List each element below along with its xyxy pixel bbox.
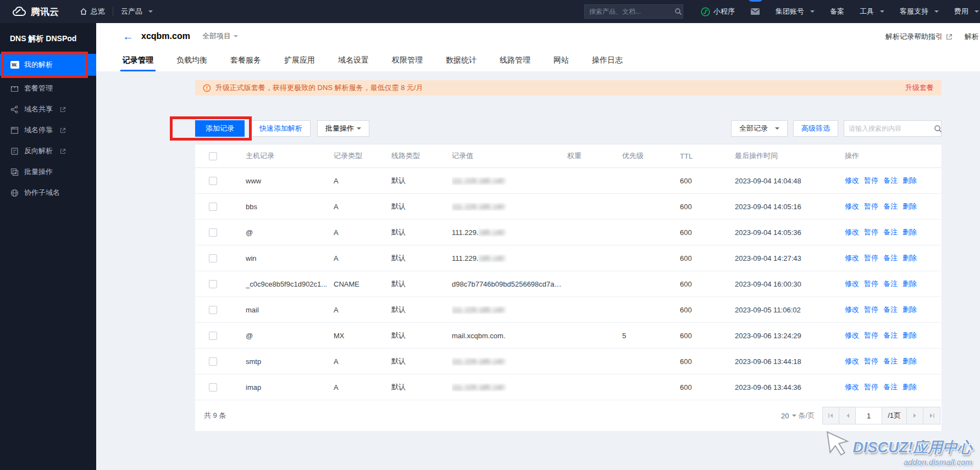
page-title-domain: xcqbm.com <box>141 31 190 41</box>
action-edit[interactable]: 修改 <box>845 253 859 263</box>
tencent-cloud-logo[interactable]: 腾讯云 <box>0 5 72 18</box>
action-pause[interactable]: 暂停 <box>864 253 878 263</box>
row-checkbox[interactable] <box>209 228 217 237</box>
action-pause[interactable]: 暂停 <box>864 331 878 340</box>
tab-statistics[interactable]: 数据统计 <box>446 49 477 71</box>
sidebar-item-domain-share[interactable]: 域名共享 <box>0 99 96 120</box>
action-pause[interactable]: 暂停 <box>864 227 878 237</box>
topbar-billing[interactable]: 费用 <box>946 0 980 23</box>
action-remark[interactable]: 备注 <box>883 331 898 340</box>
project-filter-dropdown[interactable]: 全部项目 <box>202 31 238 41</box>
action-pause[interactable]: 暂停 <box>864 305 878 315</box>
prev-page-icon[interactable] <box>839 407 856 424</box>
action-delete[interactable]: 删除 <box>903 202 917 211</box>
sidebar-item-domain-parking[interactable]: 域名停靠 <box>0 120 96 141</box>
sidebar-item-collab-subdomain[interactable]: 协作子域名 <box>0 182 96 203</box>
tab-permissions[interactable]: 权限管理 <box>392 49 423 71</box>
page-number-input[interactable] <box>856 407 882 424</box>
topbar-messages[interactable]: 99+ <box>743 0 768 23</box>
action-edit[interactable]: 修改 <box>845 356 859 366</box>
action-remark[interactable]: 备注 <box>883 202 898 211</box>
action-edit[interactable]: 修改 <box>845 202 859 211</box>
action-delete[interactable]: 删除 <box>903 176 917 186</box>
records-search[interactable] <box>844 120 942 137</box>
action-delete[interactable]: 删除 <box>903 227 917 237</box>
topbar-cloud-products[interactable]: 云产品 <box>113 0 160 23</box>
help-link-truncated[interactable]: 解析 <box>965 32 979 42</box>
row-checkbox[interactable] <box>209 306 217 314</box>
row-checkbox[interactable] <box>209 254 217 262</box>
record-filter-dropdown[interactable]: 全部记录 <box>731 120 788 137</box>
action-edit[interactable]: 修改 <box>845 176 859 186</box>
row-checkbox[interactable] <box>209 203 217 211</box>
topbar-support[interactable]: 客服支持 <box>892 0 946 23</box>
tab-operation-log[interactable]: 操作日志 <box>592 49 623 71</box>
action-pause[interactable]: 暂停 <box>864 279 878 289</box>
action-delete[interactable]: 删除 <box>903 382 917 392</box>
upgrade-plan-link[interactable]: 升级套餐 <box>905 83 934 93</box>
help-guide-link[interactable]: 解析记录帮助指引 <box>885 32 943 42</box>
records-search-input[interactable] <box>849 125 934 132</box>
action-remark[interactable]: 备注 <box>883 227 898 237</box>
first-page-icon[interactable] <box>823 407 839 424</box>
sidebar-item-my-dns[interactable]: W. 我的解析 <box>0 54 96 76</box>
advanced-filter-button[interactable]: 高级筛选 <box>793 120 838 137</box>
add-record-button[interactable]: 添加记录 <box>195 120 245 137</box>
batch-actions-button[interactable]: 批量操作 <box>317 120 369 137</box>
external-link-icon <box>946 33 953 40</box>
tab-domain-settings[interactable]: 域名设置 <box>338 49 369 71</box>
topbar-mini-program[interactable]: 小程序 <box>693 0 743 23</box>
action-delete[interactable]: 删除 <box>903 331 917 340</box>
action-delete[interactable]: 删除 <box>903 253 917 263</box>
action-edit[interactable]: 修改 <box>845 331 859 340</box>
action-edit[interactable]: 修改 <box>845 227 859 237</box>
page-size-dropdown[interactable]: 20 条/页 <box>781 411 815 421</box>
search-icon[interactable] <box>674 8 682 15</box>
sidebar-item-reverse-dns[interactable]: 反向解析 <box>0 141 96 161</box>
select-all-checkbox[interactable] <box>209 152 217 160</box>
last-page-icon[interactable] <box>923 407 940 424</box>
topbar-search-input[interactable] <box>589 8 674 15</box>
row-checkbox[interactable] <box>209 332 217 340</box>
topbar-group-account[interactable]: 集团账号 <box>768 0 822 23</box>
cursor-icon <box>826 428 851 457</box>
action-delete[interactable]: 删除 <box>903 356 917 366</box>
back-arrow-icon[interactable]: ← <box>123 31 134 42</box>
action-pause[interactable]: 暂停 <box>864 176 878 186</box>
action-remark[interactable]: 备注 <box>883 176 898 186</box>
action-remark[interactable]: 备注 <box>883 356 898 366</box>
tab-extensions[interactable]: 扩展应用 <box>284 49 315 71</box>
sidebar-item-package[interactable]: 套餐管理 <box>0 78 96 99</box>
topbar-tools[interactable]: 工具 <box>852 0 892 23</box>
action-pause[interactable]: 暂停 <box>864 356 878 366</box>
tab-website[interactable]: 网站 <box>553 49 569 71</box>
action-pause[interactable]: 暂停 <box>864 382 878 392</box>
topbar-overview[interactable]: 总览 <box>72 0 113 23</box>
search-icon[interactable] <box>934 125 942 133</box>
row-checkbox[interactable] <box>209 280 217 288</box>
tab-load-balancing[interactable]: 负载均衡 <box>176 49 207 71</box>
sidebar-item-batch-ops[interactable]: 批量操作 <box>0 161 96 182</box>
tab-record-management[interactable]: 记录管理 <box>123 49 153 71</box>
next-page-icon[interactable] <box>907 407 923 424</box>
quick-add-button[interactable]: 快速添加解析 <box>251 120 311 137</box>
action-edit[interactable]: 修改 <box>845 279 859 289</box>
tab-plan-service[interactable]: 套餐服务 <box>230 49 261 71</box>
action-remark[interactable]: 备注 <box>883 253 898 263</box>
action-delete[interactable]: 删除 <box>903 305 917 315</box>
action-pause[interactable]: 暂停 <box>864 202 878 211</box>
table-row: www A 默认 111.229.185.140 600 2023-09-04 … <box>195 168 942 194</box>
topbar-search[interactable] <box>584 4 683 19</box>
action-remark[interactable]: 备注 <box>883 382 898 392</box>
action-remark[interactable]: 备注 <box>883 305 898 315</box>
action-remark[interactable]: 备注 <box>883 279 898 289</box>
row-checkbox[interactable] <box>209 357 217 366</box>
beian-label: 备案 <box>830 7 844 16</box>
tab-line-management[interactable]: 线路管理 <box>500 49 530 71</box>
row-checkbox[interactable] <box>209 383 217 391</box>
action-delete[interactable]: 删除 <box>903 279 917 289</box>
action-edit[interactable]: 修改 <box>845 305 859 315</box>
topbar-beian[interactable]: 备案 <box>822 0 852 23</box>
action-edit[interactable]: 修改 <box>845 382 859 392</box>
row-checkbox[interactable] <box>209 177 217 185</box>
